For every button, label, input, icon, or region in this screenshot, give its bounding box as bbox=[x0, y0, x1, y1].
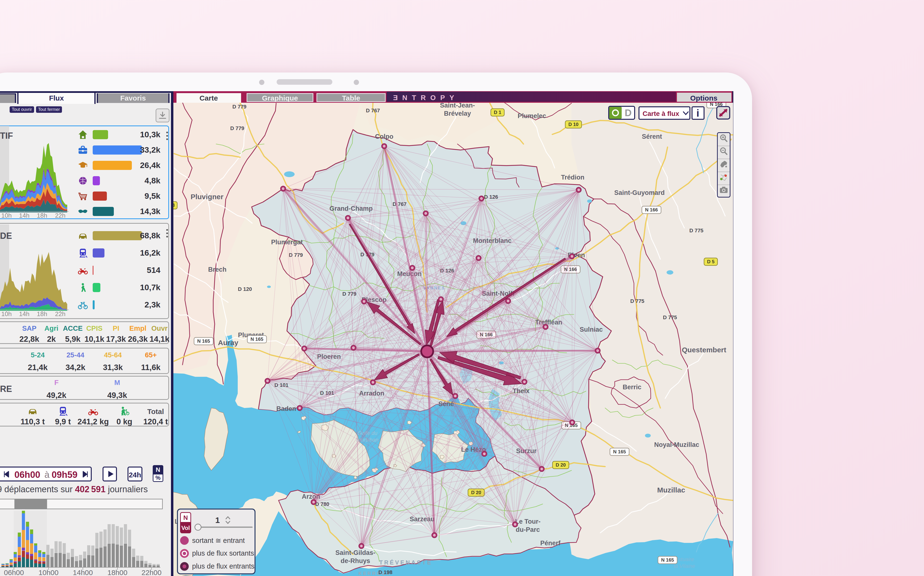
svg-text:Le Tour-: Le Tour- bbox=[515, 518, 541, 525]
svg-text:TRÉVENASTE: TRÉVENASTE bbox=[379, 559, 432, 566]
svg-text:10h: 10h bbox=[1, 310, 11, 317]
svg-text:Trédion: Trédion bbox=[561, 174, 585, 181]
svg-text:06h00: 06h00 bbox=[4, 568, 24, 576]
svg-text:N 165: N 165 bbox=[250, 336, 263, 342]
svg-text:D 775: D 775 bbox=[689, 227, 703, 234]
svg-text:18h: 18h bbox=[37, 310, 47, 317]
svg-text:la Vilaine: la Vilaine bbox=[674, 563, 695, 569]
svg-text:N 165: N 165 bbox=[661, 557, 674, 563]
svg-text:D 767: D 767 bbox=[366, 107, 380, 114]
svg-text:Muzillac: Muzillac bbox=[657, 486, 685, 494]
svg-text:D 120: D 120 bbox=[238, 286, 252, 292]
svg-text:D 1: D 1 bbox=[494, 110, 501, 115]
svg-text:Berric: Berric bbox=[623, 384, 641, 391]
svg-text:18h: 18h bbox=[37, 212, 47, 218]
svg-text:Pluvigner: Pluvigner bbox=[191, 193, 224, 201]
svg-text:du-Parc: du-Parc bbox=[516, 526, 540, 533]
svg-text:14h: 14h bbox=[19, 212, 29, 218]
svg-text:Auray: Auray bbox=[218, 339, 238, 347]
svg-text:14h00: 14h00 bbox=[73, 568, 93, 576]
svg-text:D 10: D 10 bbox=[568, 122, 578, 127]
svg-text:8: 8 bbox=[173, 203, 175, 208]
svg-text:Saint-Gildas-: Saint-Gildas- bbox=[335, 549, 376, 556]
svg-text:Saint-Guyomard: Saint-Guyomard bbox=[614, 189, 665, 196]
svg-text:D 5: D 5 bbox=[707, 259, 714, 264]
svg-text:D 20: D 20 bbox=[556, 462, 566, 467]
svg-text:de-Rhuys: de-Rhuys bbox=[341, 557, 370, 565]
svg-text:D 775: D 775 bbox=[663, 314, 677, 320]
svg-text:D 126: D 126 bbox=[484, 194, 498, 200]
svg-text:22h00: 22h00 bbox=[141, 568, 161, 576]
svg-text:10h: 10h bbox=[1, 212, 11, 218]
svg-text:Baden: Baden bbox=[276, 405, 296, 412]
svg-text:10h00: 10h00 bbox=[38, 568, 58, 576]
svg-text:18h00: 18h00 bbox=[107, 568, 127, 576]
svg-text:Pénerf: Pénerf bbox=[540, 539, 561, 547]
svg-text:N 165: N 165 bbox=[197, 338, 210, 344]
svg-text:Saint-Jean-: Saint-Jean- bbox=[440, 103, 475, 109]
svg-text:D 779: D 779 bbox=[289, 252, 303, 258]
svg-text:Grand-Champ: Grand-Champ bbox=[330, 205, 373, 212]
svg-text:D 20: D 20 bbox=[471, 490, 481, 495]
svg-text:D 780: D 780 bbox=[315, 501, 330, 507]
svg-text:22h: 22h bbox=[55, 310, 65, 317]
svg-text:D 775: D 775 bbox=[630, 298, 644, 304]
svg-text:Noyal-Muzillac: Noyal-Muzillac bbox=[654, 441, 699, 448]
svg-text:D 779: D 779 bbox=[232, 104, 247, 110]
svg-text:Estuaire: Estuaire bbox=[675, 556, 694, 562]
svg-text:Sérent: Sérent bbox=[642, 133, 662, 140]
svg-text:Brech: Brech bbox=[208, 266, 227, 273]
svg-text:N 165: N 165 bbox=[613, 449, 626, 454]
svg-text:D 779: D 779 bbox=[230, 125, 245, 131]
svg-text:D 767: D 767 bbox=[392, 201, 407, 207]
svg-text:Plumelec: Plumelec bbox=[518, 112, 546, 120]
svg-text:22h: 22h bbox=[55, 212, 65, 218]
svg-text:D 198: D 198 bbox=[378, 569, 392, 575]
svg-text:Questembert: Questembert bbox=[682, 346, 726, 354]
svg-text:N 166: N 166 bbox=[645, 207, 658, 213]
svg-text:14h: 14h bbox=[19, 310, 29, 317]
svg-text:Colpo: Colpo bbox=[375, 133, 393, 140]
svg-text:Brévelay: Brévelay bbox=[444, 110, 471, 117]
